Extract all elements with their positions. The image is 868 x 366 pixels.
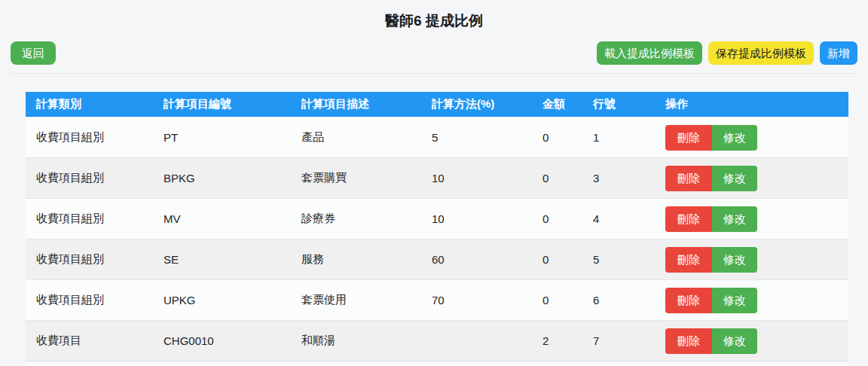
- cell-item-desc: 產品: [291, 117, 421, 158]
- edit-button[interactable]: 修改: [712, 288, 757, 313]
- table-row: 收費項目組別 MV 診療券 10 0 4 刪除修改: [26, 199, 848, 239]
- delete-button[interactable]: 刪除: [665, 288, 712, 313]
- delete-button[interactable]: 刪除: [665, 166, 712, 191]
- column-header-line-no: 行號: [582, 92, 655, 117]
- cell-line-no: 5: [582, 239, 655, 280]
- cell-item-desc: 服務: [291, 239, 421, 280]
- cell-line-no: 4: [582, 199, 655, 239]
- save-template-button[interactable]: 保存提成比例模板: [708, 41, 814, 65]
- cell-amount: 2: [532, 321, 582, 361]
- toolbar-right-group: 載入提成比例模板 保存提成比例模板 新增: [597, 41, 857, 65]
- cell-amount: 0: [532, 239, 582, 280]
- commission-table-wrap: 計算類別 計算項目編號 計算項目描述 計算方法(%) 金額 行號 操作 收費項目…: [26, 92, 848, 366]
- cell-line-no: 6: [582, 280, 655, 321]
- partial-next-row: [26, 361, 848, 366]
- delete-button[interactable]: 刪除: [665, 125, 712, 151]
- add-button[interactable]: 新增: [820, 41, 857, 65]
- table-row: 收費項目組別 UPKG 套票使用 70 0 6 刪除修改: [26, 280, 848, 321]
- load-template-button[interactable]: 載入提成比例模板: [597, 41, 702, 65]
- cell-amount: 0: [532, 199, 582, 239]
- cell-line-no: 3: [582, 158, 655, 199]
- cell-item-code: PT: [153, 117, 291, 158]
- cell-actions: 刪除修改: [655, 321, 848, 361]
- cell-line-no: 7: [582, 321, 655, 361]
- column-header-amount: 金額: [532, 92, 582, 117]
- cell-method-pct: 10: [421, 199, 532, 239]
- page: 醫師6 提成比例 返回 載入提成比例模板 保存提成比例模板 新增 計算類別 計算…: [0, 0, 868, 366]
- header-row: 計算類別 計算項目編號 計算項目描述 計算方法(%) 金額 行號 操作: [26, 92, 848, 117]
- cell-category: 收費項目組別: [26, 239, 153, 280]
- cell-actions: 刪除修改: [655, 199, 848, 239]
- delete-button[interactable]: 刪除: [665, 328, 712, 354]
- column-header-actions: 操作: [655, 92, 848, 117]
- cell-actions: 刪除修改: [655, 239, 848, 280]
- cell-amount: 0: [532, 158, 582, 199]
- column-header-item-desc: 計算項目描述: [291, 92, 421, 117]
- cell-amount: 0: [532, 117, 582, 158]
- column-header-item-code: 計算項目編號: [153, 92, 291, 117]
- cell-category: 收費項目組別: [26, 280, 153, 321]
- cell-method-pct: 70: [421, 280, 532, 321]
- table-body: 收費項目組別 PT 產品 5 0 1 刪除修改 收費項目組別 BPKG 套票購買…: [26, 117, 848, 361]
- cell-actions: 刪除修改: [655, 117, 848, 158]
- cell-item-desc: 和順湯: [291, 321, 421, 361]
- toolbar-divider: [11, 73, 857, 74]
- cell-method-pct: 10: [421, 158, 532, 199]
- cell-item-desc: 診療券: [291, 199, 421, 239]
- edit-button[interactable]: 修改: [712, 247, 757, 273]
- column-header-category: 計算類別: [26, 92, 153, 117]
- commission-table: 計算類別 計算項目編號 計算項目描述 計算方法(%) 金額 行號 操作 收費項目…: [26, 92, 848, 361]
- cell-item-code: CHG0010: [153, 321, 291, 361]
- cell-actions: 刪除修改: [655, 280, 848, 321]
- cell-method-pct: 5: [421, 117, 532, 158]
- page-title: 醫師6 提成比例: [0, 0, 868, 30]
- table-row: 收費項目 CHG0010 和順湯 2 7 刪除修改: [26, 321, 848, 361]
- table-row: 收費項目組別 BPKG 套票購買 10 0 3 刪除修改: [26, 158, 848, 199]
- cell-item-code: UPKG: [153, 280, 291, 321]
- edit-button[interactable]: 修改: [712, 166, 757, 191]
- delete-button[interactable]: 刪除: [665, 206, 712, 232]
- back-button[interactable]: 返回: [11, 41, 56, 65]
- cell-item-desc: 套票使用: [291, 280, 421, 321]
- cell-method-pct: [421, 321, 532, 361]
- table-header: 計算類別 計算項目編號 計算項目描述 計算方法(%) 金額 行號 操作: [26, 92, 848, 117]
- column-header-method-pct: 計算方法(%): [421, 92, 532, 117]
- cell-item-desc: 套票購買: [291, 158, 421, 199]
- edit-button[interactable]: 修改: [712, 206, 757, 232]
- edit-button[interactable]: 修改: [712, 125, 757, 151]
- edit-button[interactable]: 修改: [712, 328, 757, 354]
- delete-button[interactable]: 刪除: [665, 247, 712, 273]
- cell-category: 收費項目: [26, 321, 153, 361]
- cell-category: 收費項目組別: [26, 158, 153, 199]
- table-row: 收費項目組別 SE 服務 60 0 5 刪除修改: [26, 239, 848, 280]
- cell-category: 收費項目組別: [26, 199, 153, 239]
- cell-amount: 0: [532, 280, 582, 321]
- toolbar: 返回 載入提成比例模板 保存提成比例模板 新增: [0, 41, 868, 65]
- cell-item-code: BPKG: [153, 158, 291, 199]
- cell-item-code: MV: [153, 199, 291, 239]
- cell-item-code: SE: [153, 239, 291, 280]
- cell-actions: 刪除修改: [655, 158, 848, 199]
- cell-method-pct: 60: [421, 239, 532, 280]
- cell-line-no: 1: [582, 117, 655, 158]
- table-row: 收費項目組別 PT 產品 5 0 1 刪除修改: [26, 117, 848, 158]
- cell-category: 收費項目組別: [26, 117, 153, 158]
